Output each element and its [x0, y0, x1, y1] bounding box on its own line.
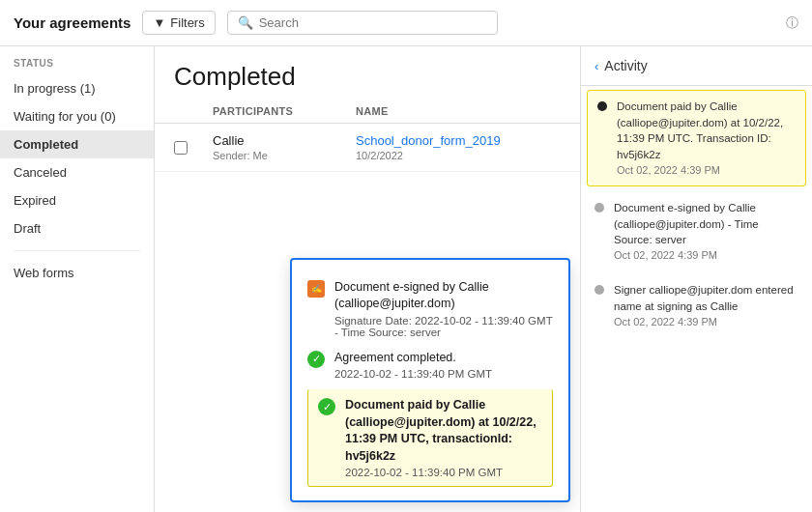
completed-sub-text: 2022-10-02 - 11:39:40 PM GMT	[334, 368, 553, 380]
activity-date-paid: Oct 02, 2022 4:39 PM	[617, 163, 796, 178]
page-title: Your agreements	[14, 14, 130, 31]
table-header: PARTICIPANTS NAME	[155, 100, 580, 124]
activity-dot-paid	[597, 101, 607, 111]
search-container: 🔍	[227, 11, 498, 35]
table-row[interactable]: Callie Sender: Me School_donor_form_2019…	[155, 124, 580, 172]
activity-text-esigned: Document e-signed by Callie (calliope@ju…	[614, 200, 798, 248]
sidebar-item-completed[interactable]: Completed	[0, 130, 154, 158]
search-input[interactable]	[259, 15, 487, 30]
paid-text-block: Document paid by Callie (calliope@jupite…	[345, 397, 542, 478]
paid-icon: ✓	[318, 398, 335, 415]
popup-item-completed: ✓ Agreement completed. 2022-10-02 - 11:3…	[307, 344, 553, 386]
activity-date-signer: Oct 02, 2022 4:39 PM	[614, 315, 798, 329]
esign-icon: ✍	[307, 280, 325, 298]
status-section-label: STATUS	[0, 58, 154, 74]
activity-item-esigned-content: Document e-signed by Callie (calliope@ju…	[614, 200, 798, 263]
col-header-participants: PARTICIPANTS	[213, 105, 348, 117]
col-header-checkbox	[174, 105, 205, 117]
sidebar-divider	[14, 250, 140, 251]
activity-text-signer: Signer calliope@jupiter.dom entered name…	[614, 282, 798, 314]
col-header-name: NAME	[356, 105, 561, 117]
sidebar-item-expired[interactable]: Expired	[0, 186, 154, 214]
sidebar: STATUS In progress (1) Waiting for you (…	[0, 46, 155, 512]
activity-date-esigned: Oct 02, 2022 4:39 PM	[614, 248, 798, 263]
sidebar-item-in-progress[interactable]: In progress (1)	[0, 74, 154, 102]
doc-name[interactable]: School_donor_form_2019	[356, 133, 561, 148]
filters-button[interactable]: ▼ Filters	[142, 11, 215, 35]
main-layout: STATUS In progress (1) Waiting for you (…	[0, 46, 812, 512]
activity-list: Document paid by Callie (calliope@jupite…	[581, 86, 812, 512]
completed-text-block: Agreement completed. 2022-10-02 - 11:39:…	[334, 350, 553, 381]
paid-sub-text: 2022-10-02 - 11:39:40 PM GMT	[345, 467, 542, 478]
paid-check-icon: ✓	[318, 398, 335, 415]
participant-cell: Callie Sender: Me	[213, 133, 348, 161]
participant-role: Sender: Me	[213, 150, 348, 161]
paid-main-text: Document paid by Callie (calliope@jupite…	[345, 397, 542, 465]
esign-text-block: Document e-signed by Callie (calliope@ju…	[334, 279, 553, 338]
completed-icon: ✓	[307, 351, 325, 368]
doc-cell: School_donor_form_2019 10/2/2022	[356, 133, 561, 161]
info-icon[interactable]: ⓘ	[786, 14, 798, 32]
completed-check-icon: ✓	[307, 351, 325, 368]
filter-icon: ▼	[153, 15, 165, 30]
sidebar-item-canceled[interactable]: Canceled	[0, 158, 154, 186]
activity-title: Activity	[604, 58, 647, 73]
activity-item-paid[interactable]: Document paid by Callie (calliope@jupite…	[587, 90, 806, 186]
activity-dot-signer	[594, 285, 604, 295]
app-header: Your agreements ▼ Filters 🔍 ⓘ	[0, 0, 812, 46]
activity-item-paid-content: Document paid by Callie (calliope@jupite…	[617, 99, 796, 178]
activity-dot-esigned	[594, 203, 604, 213]
search-icon: 🔍	[238, 15, 253, 30]
activity-panel-header[interactable]: ‹ Activity	[581, 46, 812, 86]
activity-item-esigned[interactable]: Document e-signed by Callie (calliope@ju…	[581, 190, 812, 272]
back-chevron-icon[interactable]: ‹	[594, 59, 598, 73]
esign-icon-shape: ✍	[307, 280, 325, 298]
sidebar-item-draft[interactable]: Draft	[0, 214, 154, 242]
doc-date: 10/2/2022	[356, 150, 561, 161]
popup-item-paid: ✓ Document paid by Callie (calliope@jupi…	[307, 389, 553, 487]
row-checkbox[interactable]	[174, 141, 188, 155]
esign-sub-text: Signature Date: 2022-10-02 - 11:39:40 GM…	[334, 315, 553, 338]
activity-panel: ‹ Activity Document paid by Callie (call…	[580, 46, 812, 512]
checkbox-cell	[174, 141, 205, 155]
content-header: Completed	[155, 46, 580, 100]
sidebar-item-waiting[interactable]: Waiting for you (0)	[0, 102, 154, 130]
popup-item-esign: ✍ Document e-signed by Callie (calliope@…	[307, 273, 553, 344]
sidebar-item-web-forms[interactable]: Web forms	[0, 259, 154, 287]
participant-name: Callie	[213, 133, 348, 148]
completed-main-text: Agreement completed.	[334, 350, 553, 367]
activity-text-paid: Document paid by Callie (calliope@jupite…	[617, 99, 796, 163]
activity-item-signer[interactable]: Signer calliope@jupiter.dom entered name…	[581, 272, 812, 339]
content-title: Completed	[174, 62, 561, 92]
esign-main-text: Document e-signed by Callie (calliope@ju…	[334, 279, 553, 313]
activity-item-signer-content: Signer calliope@jupiter.dom entered name…	[614, 282, 798, 329]
popup-overlay: ✍ Document e-signed by Callie (calliope@…	[290, 258, 570, 503]
center-content: Completed PARTICIPANTS NAME Callie Sende…	[155, 46, 580, 512]
